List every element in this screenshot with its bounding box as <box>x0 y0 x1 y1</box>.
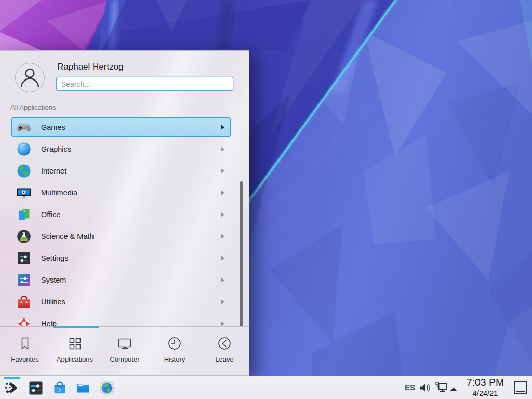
tab-applications[interactable]: Applications <box>50 327 100 376</box>
launcher-header: Raphael Hertzog <box>0 51 249 97</box>
sliders-dark-icon <box>16 250 32 266</box>
category-label: Help <box>41 320 57 327</box>
category-office[interactable]: Office <box>11 205 231 224</box>
desktop: Raphael Hertzog All Applications <box>0 0 532 399</box>
show-desktop-button[interactable] <box>514 381 527 394</box>
tab-history[interactable]: History <box>150 327 200 376</box>
clock-date: 4/24/21 <box>461 389 509 398</box>
chevron-right-icon <box>221 212 224 217</box>
user-name: Raphael Hertzog <box>57 62 124 72</box>
kde-kicker-icon[interactable] <box>4 380 20 396</box>
user-avatar-icon <box>16 63 44 92</box>
chevron-right-icon <box>221 321 224 326</box>
tab-label: Leave <box>200 355 249 363</box>
settings-sliders-icon[interactable] <box>28 380 44 396</box>
section-label: All Applications <box>10 103 56 111</box>
text-caret <box>60 79 60 88</box>
keyboard-layout-indicator[interactable]: ES <box>405 383 415 392</box>
leave-icon <box>217 336 232 351</box>
chevron-right-icon <box>221 125 224 130</box>
sliders-color-icon <box>16 272 32 288</box>
history-clock-icon <box>167 336 182 351</box>
category-settings[interactable]: Settings <box>11 248 231 268</box>
bookmark-icon <box>17 336 33 351</box>
category-label: Multimedia <box>41 189 77 197</box>
category-label: System <box>41 276 66 284</box>
chevron-right-icon <box>221 147 224 152</box>
category-label: Science & Math <box>41 232 94 241</box>
toolbox-icon <box>16 294 32 310</box>
digital-clock[interactable]: 7:03 PM 4/24/21 <box>461 377 509 398</box>
taskbar: ES 7:03 PM 4/24/21 <box>0 376 532 399</box>
globe-gear-icon[interactable] <box>99 380 115 396</box>
chevron-right-icon <box>221 299 224 304</box>
gamepad-icon <box>16 119 32 135</box>
tab-label: Applications <box>50 355 100 363</box>
clock-time: 7:03 PM <box>461 377 509 389</box>
sphere-icon <box>16 141 32 157</box>
category-utilities[interactable]: Utilities <box>11 292 231 311</box>
software-bag-icon[interactable] <box>52 380 68 396</box>
flask-icon <box>16 229 32 244</box>
list-scrollbar[interactable] <box>240 181 243 326</box>
documents-icon <box>16 207 32 222</box>
computer-icon <box>117 336 132 351</box>
category-games[interactable]: Games <box>11 117 231 137</box>
expand-tray-caret-up-icon[interactable] <box>449 384 458 394</box>
tab-leave[interactable]: Leave <box>200 327 249 376</box>
category-label: Utilities <box>41 298 65 306</box>
tab-computer[interactable]: Computer <box>100 327 150 376</box>
header-divider <box>0 97 249 97</box>
category-science-math[interactable]: Science & Math <box>11 227 231 246</box>
tab-label: Favorites <box>0 355 50 363</box>
chevron-right-icon <box>221 256 224 261</box>
globe-icon <box>16 163 32 179</box>
application-launcher-popup: Raphael Hertzog All Applications <box>0 50 249 376</box>
folder-icon[interactable] <box>75 380 91 396</box>
category-help[interactable]: Help <box>11 314 231 326</box>
search-field-wrap <box>56 77 233 91</box>
volume-icon[interactable] <box>419 381 432 396</box>
category-list: Games Graphics <box>0 113 249 326</box>
category-internet[interactable]: Internet <box>11 161 231 180</box>
tab-favorites[interactable]: Favorites <box>0 327 50 376</box>
chevron-right-icon <box>221 234 224 239</box>
category-system[interactable]: System <box>11 270 231 289</box>
category-multimedia[interactable]: Multimedia <box>11 183 231 202</box>
tab-label: Computer <box>100 355 150 363</box>
lifebuoy-icon <box>16 316 32 326</box>
monitor-play-icon <box>16 185 32 201</box>
network-icon[interactable] <box>435 381 448 396</box>
search-input[interactable] <box>56 77 233 91</box>
category-label: Games <box>41 123 65 131</box>
category-graphics[interactable]: Graphics <box>11 139 231 158</box>
launcher-active-indicator <box>4 377 20 379</box>
category-label: Graphics <box>41 145 71 153</box>
chevron-right-icon <box>221 277 224 283</box>
user-avatar[interactable] <box>15 63 45 92</box>
category-label: Internet <box>41 167 66 175</box>
category-label: Office <box>41 210 61 219</box>
chevron-right-icon <box>221 168 224 174</box>
category-label: Settings <box>41 254 68 262</box>
tab-label: History <box>150 355 200 363</box>
chevron-right-icon <box>221 190 224 195</box>
grid-icon <box>67 336 83 351</box>
show-desktop-glyph <box>516 391 525 392</box>
launcher-tab-bar: Favorites Applications <box>0 326 249 376</box>
